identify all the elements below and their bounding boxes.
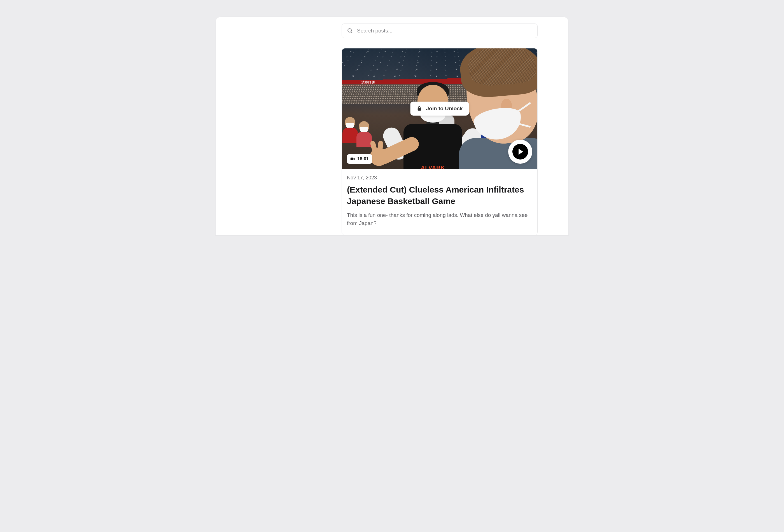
post-date: Nov 17, 2023 [347, 175, 532, 181]
search-input[interactable] [357, 28, 532, 34]
post-body: Nov 17, 2023 (Extended Cut) Clueless Ame… [342, 169, 537, 235]
content-column: 渋谷口側 TOYOTA ALVARK [342, 24, 538, 235]
play-icon [512, 144, 528, 159]
search-icon [347, 28, 353, 34]
svg-rect-3 [351, 157, 353, 160]
play-button[interactable] [508, 140, 532, 164]
search-field[interactable] [342, 24, 538, 38]
video-icon [350, 157, 355, 161]
svg-rect-2 [418, 108, 421, 111]
video-duration-badge: 18:01 [347, 154, 372, 164]
unlock-label: Join to Unlock [426, 106, 463, 112]
lock-icon [417, 106, 422, 111]
post-card[interactable]: 渋谷口側 TOYOTA ALVARK [342, 48, 538, 235]
join-to-unlock-button[interactable]: Join to Unlock [411, 101, 469, 116]
arena-sign-text: 渋谷口側 [362, 80, 375, 85]
post-title[interactable]: (Extended Cut) Clueless American Infiltr… [347, 184, 532, 207]
svg-line-1 [351, 32, 352, 33]
page-card: 渋谷口側 TOYOTA ALVARK [216, 17, 568, 235]
post-description: This is a fun one- thanks for coming alo… [347, 211, 532, 227]
jersey-team: ALVARK [403, 165, 462, 169]
post-thumbnail: 渋谷口側 TOYOTA ALVARK [342, 49, 537, 169]
fan-with-jersey: ALVARK TOKYO TOYOTA 77 [387, 79, 471, 169]
video-duration: 18:01 [357, 156, 369, 161]
